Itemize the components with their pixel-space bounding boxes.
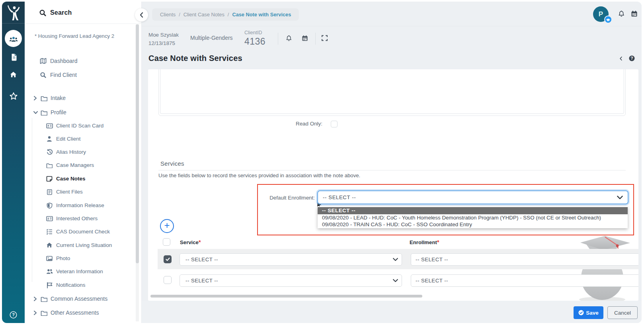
folder-icon <box>41 95 47 101</box>
folder-icon <box>41 109 47 116</box>
rail-item-help[interactable]: ? <box>2 311 25 319</box>
clarity-logo-icon <box>6 4 21 21</box>
add-service-row-button[interactable]: + <box>160 219 174 233</box>
sidebar-item-current-living-situation[interactable]: Current Living Situation <box>25 239 142 252</box>
rail-item-reports[interactable] <box>2 53 25 61</box>
id-card-icon <box>46 215 53 222</box>
default-enrollment-label: Default Enrollment: <box>158 195 315 201</box>
dropdown-option-select[interactable]: -- SELECT -- <box>318 207 628 214</box>
row2-checkbox[interactable] <box>164 276 172 284</box>
id-card-icon <box>46 123 53 129</box>
svg-text:?: ? <box>12 312 15 317</box>
sidebar-item-case-managers[interactable]: Case Managers <box>25 159 142 172</box>
check-circle-icon <box>578 310 584 315</box>
sidebar-item-dashboard[interactable]: Dashboard <box>25 54 142 68</box>
back-button[interactable] <box>135 8 148 22</box>
sidebar-item-interested-others[interactable]: Interested Others <box>25 212 142 225</box>
client-calendar-icon[interactable] <box>302 35 308 41</box>
row1-enrollment-select[interactable]: -- SELECT -- <box>411 253 638 266</box>
rail-item-favorites[interactable] <box>2 92 25 100</box>
chevron-down-icon <box>33 111 38 114</box>
client-dob: 12/13/1875 <box>148 39 179 47</box>
divider <box>278 33 278 45</box>
reports-file-icon <box>10 53 17 61</box>
sidebar-item-photo[interactable]: Photo <box>25 252 142 265</box>
services-description: Use the fields below to record the servi… <box>158 172 360 178</box>
agency-name[interactable]: * Housing Forward Lead Agency 2 <box>35 33 114 39</box>
page-title: Case Note with Services <box>148 54 242 63</box>
row2-enrollment-select[interactable]: -- SELECT -- <box>411 274 638 287</box>
client-id-value: 4136 <box>244 36 265 47</box>
read-only-label: Read Only: <box>158 121 322 127</box>
select-all-checkbox[interactable] <box>163 238 170 246</box>
sidebar-item-intake[interactable]: Intake <box>25 91 142 105</box>
sidebar-item-edit-client[interactable]: Edit Client <box>25 132 142 145</box>
breadcrumb-client-case-notes[interactable]: Client Case Notes <box>183 12 224 18</box>
breadcrumb-current: Case Note with Services <box>232 12 291 18</box>
flag-icon <box>46 282 53 288</box>
note-icon <box>46 176 53 182</box>
note-editor-wrapper <box>158 69 626 116</box>
sidebar-item-information-release[interactable]: Information Release <box>25 199 142 212</box>
search-input[interactable]: Search <box>25 2 142 24</box>
rail-item-home[interactable] <box>2 71 25 78</box>
sidebar-item-common-assessments[interactable]: Common Assessments <box>25 292 142 305</box>
sidebar-item-notifications[interactable]: Notifications <box>25 278 142 292</box>
file-lines-icon <box>46 189 53 195</box>
chevron-right-icon <box>33 297 38 301</box>
default-enrollment-select[interactable]: -- SELECT -- <box>317 190 628 204</box>
sidebar-item-case-notes[interactable]: Case Notes <box>25 172 142 185</box>
sidebar-item-veteran-information[interactable]: Veteran Information <box>25 265 142 278</box>
rail-item-caseload[interactable] <box>5 30 22 47</box>
sidebar-item-profile[interactable]: Profile <box>25 106 142 119</box>
sidebar-item-client-id-scan-card[interactable]: Client ID Scan Card <box>25 119 142 132</box>
dashboard-icon <box>39 58 47 64</box>
chevron-left-icon <box>139 12 144 18</box>
sidebar: Search * Housing Forward Lead Agency 2 D… <box>25 2 142 323</box>
page-help-icon[interactable] <box>629 55 635 61</box>
notifications-bell-icon[interactable] <box>618 10 625 18</box>
expand-icon[interactable] <box>322 35 328 41</box>
check-icon <box>166 257 170 261</box>
breadcrumb-clients[interactable]: Clients <box>160 12 176 18</box>
graduation-cap-icon <box>606 18 611 22</box>
main-area: Clients / Client Case Notes / Case Note … <box>142 2 642 323</box>
folder-icon <box>41 296 47 302</box>
caseload-people-icon <box>9 35 18 42</box>
sidebar-scrollbar-thumb[interactable] <box>136 24 139 263</box>
chevron-down-icon <box>393 257 398 262</box>
app-logo[interactable] <box>2 2 25 23</box>
client-name-dob: Moe Szyslak 12/13/1875 <box>148 31 179 47</box>
people-icon <box>46 268 53 274</box>
horizontal-scrollbar-thumb[interactable] <box>150 295 422 298</box>
dropdown-option-train-cas[interactable]: 09/08/2020 - TRAIN CAS - HUD: CoC - SSO … <box>318 221 628 228</box>
sidebar-item-cas-document-check[interactable]: CAS Document Check <box>25 225 142 238</box>
topbar: Clients / Client Case Notes / Case Note … <box>142 2 642 26</box>
sidebar-item-alias-history[interactable]: Alias History <box>25 145 142 159</box>
cancel-button[interactable]: Cancel <box>607 306 638 319</box>
home-icon <box>10 71 17 78</box>
note-textarea[interactable] <box>160 69 624 114</box>
chevron-down-icon <box>617 195 623 201</box>
divider <box>158 170 626 170</box>
help-icon: ? <box>10 311 17 319</box>
read-only-checkbox[interactable] <box>331 121 338 127</box>
sidebar-item-find-client[interactable]: Find Client <box>25 68 142 82</box>
collapse-chevron-icon[interactable] <box>619 56 623 61</box>
folder-icon <box>41 309 47 316</box>
sidebar-item-client-files[interactable]: Client Files <box>25 185 142 198</box>
client-bell-icon[interactable] <box>285 35 292 42</box>
row2-service-select[interactable]: -- SELECT -- <box>180 274 402 287</box>
breadcrumb: Clients / Client Case Notes / Case Note … <box>152 8 299 21</box>
row1-service-select[interactable]: -- SELECT -- <box>180 253 402 266</box>
row1-checkbox[interactable] <box>164 255 172 263</box>
client-id-label: ClientID <box>244 30 262 35</box>
client-gender: Multiple-Genders <box>190 35 233 41</box>
person-icon <box>46 136 53 142</box>
footer-bar: Save Cancel <box>142 301 642 323</box>
save-button[interactable]: Save <box>574 306 603 319</box>
calendar-icon[interactable] <box>631 10 638 17</box>
sidebar-item-other-assessments[interactable]: Other Assessments <box>25 306 142 319</box>
dropdown-option-lead[interactable]: 09/08/2020 - LEAD - HUD: CoC - Youth Hom… <box>318 214 628 221</box>
find-client-search-icon <box>39 72 47 78</box>
